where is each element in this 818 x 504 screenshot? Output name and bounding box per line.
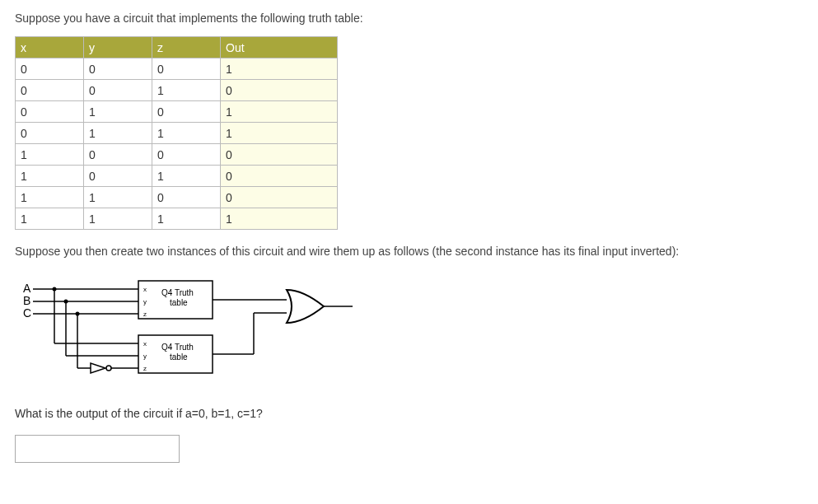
table-cell: 1 <box>221 123 338 144</box>
input-a-label: A <box>23 282 31 295</box>
question-text: What is the output of the circuit if a=0… <box>15 407 803 420</box>
table-cell: 0 <box>16 80 84 101</box>
table-cell: 0 <box>16 123 84 144</box>
table-cell: 1 <box>152 208 221 230</box>
block-top-label-1: Q4 Truth <box>161 288 194 297</box>
table-cell: 1 <box>16 144 84 166</box>
table-cell: 0 <box>152 144 221 166</box>
block-top-label-2: table <box>170 298 188 307</box>
col-out-header: Out <box>221 37 338 58</box>
port-y-bot: y <box>143 352 147 360</box>
block-bot-label-1: Q4 Truth <box>161 343 194 352</box>
port-x-bot: x <box>143 340 147 348</box>
table-row: 0001 <box>16 58 338 80</box>
table-cell: 1 <box>16 187 84 208</box>
table-cell: 1 <box>152 123 221 144</box>
table-cell: 1 <box>16 208 84 230</box>
port-x-top: x <box>143 286 147 293</box>
table-row: 1111 <box>16 208 338 230</box>
table-cell: 0 <box>221 80 338 101</box>
table-cell: 0 <box>84 80 152 101</box>
table-cell: 1 <box>152 166 221 187</box>
table-cell: 1 <box>221 58 338 80</box>
table-cell: 1 <box>221 208 338 230</box>
table-row: 0111 <box>16 123 338 144</box>
mid-text: Suppose you then create two instances of… <box>15 245 803 258</box>
table-row: 1000 <box>16 144 338 166</box>
table-cell: 0 <box>221 144 338 166</box>
table-cell: 0 <box>16 101 84 123</box>
svg-point-11 <box>106 366 111 371</box>
table-cell: 0 <box>84 144 152 166</box>
table-cell: 1 <box>221 101 338 123</box>
table-cell: 1 <box>84 101 152 123</box>
port-z-top: z <box>143 310 147 318</box>
table-cell: 0 <box>152 58 221 80</box>
table-cell: 0 <box>84 58 152 80</box>
table-cell: 0 <box>221 166 338 187</box>
table-row: 1100 <box>16 187 338 208</box>
table-cell: 0 <box>221 187 338 208</box>
table-cell: 1 <box>84 123 152 144</box>
table-cell: 1 <box>16 166 84 187</box>
not-gate-icon <box>91 363 105 373</box>
table-cell: 0 <box>16 58 84 80</box>
table-cell: 1 <box>84 208 152 230</box>
truth-table-body: 00010010010101111000101011001111 <box>16 58 338 230</box>
table-cell: 0 <box>152 187 221 208</box>
table-cell: 1 <box>152 80 221 101</box>
table-row: 0101 <box>16 101 338 123</box>
port-y-top: y <box>143 298 147 306</box>
answer-input[interactable] <box>15 435 180 463</box>
col-z-header: z <box>152 37 221 58</box>
table-row: 1010 <box>16 166 338 187</box>
or-gate-icon <box>287 290 324 323</box>
table-row: 0010 <box>16 80 338 101</box>
truth-table: x y z Out 000100100101011110001010110011… <box>15 36 338 230</box>
input-b-label: B <box>23 294 30 307</box>
table-cell: 0 <box>152 101 221 123</box>
input-c-label: C <box>23 306 31 320</box>
table-cell: 0 <box>84 166 152 187</box>
col-x-header: x <box>16 37 84 58</box>
circuit-diagram: A B C x y z Q4 Truth table x y z Q4 Trut… <box>15 278 377 385</box>
port-z-bot: z <box>143 365 147 372</box>
col-y-header: y <box>84 37 152 58</box>
intro-text: Suppose you have a circuit that implemen… <box>15 12 803 25</box>
block-bot-label-2: table <box>170 352 188 362</box>
table-cell: 1 <box>84 187 152 208</box>
